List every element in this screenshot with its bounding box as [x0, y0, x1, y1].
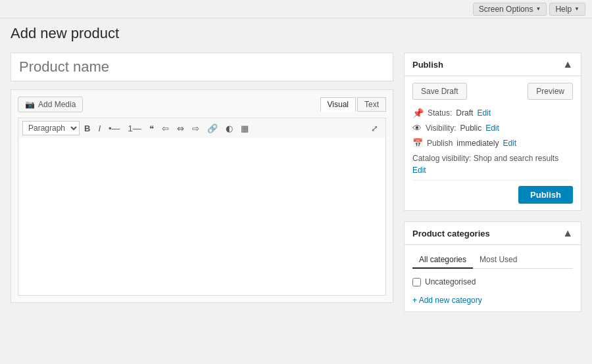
add-media-button[interactable]: 📷 Add Media: [18, 97, 83, 112]
publish-panel-body: Save Draft Preview 📌 Status: Draft Edit: [405, 76, 581, 210]
editor-mode-tabs: Visual Text: [320, 97, 386, 112]
page-layout: 📷 Add Media Visual Text Paragraph B: [0, 42, 592, 333]
screen-options-button[interactable]: Screen Options ▼: [473, 3, 547, 16]
add-media-icon: 📷: [25, 100, 35, 109]
publish-actions: Save Draft Preview: [412, 83, 573, 100]
main-content: 📷 Add Media Visual Text Paragraph B: [11, 53, 393, 303]
align-right-button[interactable]: ⇨: [189, 122, 203, 135]
publish-timing-row: 📅 Publish immediately Edit: [412, 138, 573, 148]
page-title: Add new product: [0, 18, 592, 42]
catalog-visibility-value: Shop and search results: [474, 154, 558, 163]
fullscreen-button[interactable]: ⤢: [368, 122, 382, 135]
bold-button[interactable]: B: [81, 122, 93, 135]
visibility-edit-link[interactable]: Edit: [485, 124, 499, 133]
tab-all-categories[interactable]: All categories: [412, 252, 473, 269]
publish-panel: Publish ▲ Save Draft Preview 📌 Status:: [404, 53, 581, 211]
catalog-visibility-label: Catalog visibility:: [412, 154, 471, 163]
product-name-input[interactable]: [11, 53, 393, 81]
screen-options-chevron-icon: ▼: [535, 6, 541, 12]
top-bar: Screen Options ▼ Help ▼: [0, 0, 592, 18]
publish-panel-toggle[interactable]: ▲: [562, 58, 573, 70]
editor-toolbar-row1: Paragraph B I •— 1— ❝ ⇦ ⇔ ⇨ 🔗 ◐ ▦ ⤢: [18, 118, 386, 138]
editor-container: 📷 Add Media Visual Text Paragraph B: [11, 89, 393, 303]
tab-most-used[interactable]: Most Used: [473, 252, 524, 269]
visibility-icon: 👁: [412, 123, 422, 133]
status-label: Status:: [428, 108, 452, 118]
status-icon: 📌: [412, 108, 424, 118]
publish-timing-edit-link[interactable]: Edit: [503, 139, 516, 148]
publish-button[interactable]: Publish: [518, 186, 573, 204]
categories-panel-toggle[interactable]: ▲: [562, 227, 573, 239]
blockquote-button[interactable]: ❝: [146, 122, 157, 135]
catalog-visibility-row: Catalog visibility: Shop and search resu…: [412, 152, 573, 176]
uncategorised-label: Uncategorised: [425, 277, 476, 286]
categories-panel: Product categories ▲ All categories Most…: [404, 221, 581, 312]
categories-panel-header: Product categories ▲: [405, 222, 581, 245]
sidebar: Publish ▲ Save Draft Preview 📌 Status:: [404, 53, 581, 323]
tab-text[interactable]: Text: [357, 97, 386, 112]
status-edit-link[interactable]: Edit: [477, 108, 491, 118]
unordered-list-button[interactable]: •—: [105, 122, 124, 135]
calendar-icon: 📅: [412, 138, 423, 148]
visibility-label: Visibility:: [426, 124, 456, 133]
preview-button[interactable]: Preview: [528, 83, 573, 100]
publish-timing-value: immediately: [456, 139, 499, 148]
uncategorised-checkbox[interactable]: [412, 278, 421, 286]
publish-panel-title: Publish: [412, 60, 443, 70]
status-row: 📌 Status: Draft Edit: [412, 108, 573, 118]
paragraph-select[interactable]: Paragraph: [22, 121, 80, 135]
align-left-button[interactable]: ⇦: [159, 122, 172, 135]
publish-timing-label: Publish: [427, 139, 453, 148]
categories-panel-title: Product categories: [412, 229, 490, 239]
help-button[interactable]: Help ▼: [549, 3, 585, 16]
ordered-list-button[interactable]: 1—: [125, 122, 145, 135]
italic-button[interactable]: I: [95, 122, 104, 135]
tab-visual[interactable]: Visual: [320, 97, 356, 112]
catalog-visibility-edit-link[interactable]: Edit: [412, 164, 573, 176]
status-value: Draft: [456, 108, 473, 118]
screen-options-label: Screen Options: [479, 5, 533, 14]
publish-btn-row: Publish: [412, 180, 573, 204]
table-button[interactable]: ▦: [237, 122, 252, 135]
align-center-button[interactable]: ⇔: [174, 122, 187, 135]
editor-toolbar-top: 📷 Add Media Visual Text: [18, 97, 386, 112]
insert-button[interactable]: ◐: [222, 122, 236, 135]
categories-panel-body: All categories Most Used Uncategorised +…: [405, 245, 581, 311]
category-list: Uncategorised: [412, 275, 573, 288]
add-new-category-link[interactable]: + Add new category: [412, 296, 482, 305]
link-button[interactable]: 🔗: [204, 122, 221, 135]
save-draft-button[interactable]: Save Draft: [412, 83, 467, 100]
help-label: Help: [555, 5, 572, 14]
list-item: Uncategorised: [412, 275, 573, 288]
visibility-row: 👁 Visibility: Public Edit: [412, 123, 573, 133]
editor-area[interactable]: [18, 138, 386, 296]
help-chevron-icon: ▼: [574, 6, 580, 12]
publish-panel-header: Publish ▲: [405, 53, 581, 76]
visibility-value: Public: [460, 124, 481, 133]
category-tabs: All categories Most Used: [412, 252, 573, 269]
add-media-label: Add Media: [38, 100, 76, 109]
